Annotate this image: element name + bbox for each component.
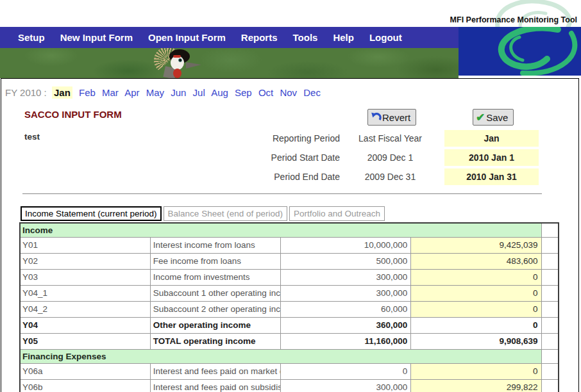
table-row-y06a: Y06a Interest and fees paid on market de…: [20, 363, 559, 379]
crane-cheek: [171, 56, 184, 70]
nav-help[interactable]: Help: [333, 32, 354, 43]
row-computed-value: 0: [411, 317, 541, 333]
row-code: Y03: [20, 269, 150, 285]
tab-portfolio-outreach[interactable]: Portfolio and Outreach: [289, 206, 385, 221]
row-code: Y02: [20, 253, 150, 269]
month-dec[interactable]: Dec: [303, 87, 321, 98]
crane-red-patch: [173, 55, 181, 58]
section-label: Financing Expenses: [20, 349, 541, 363]
spacer-cell: [541, 379, 559, 392]
spacer-cell: [541, 285, 559, 301]
month-aug[interactable]: Aug: [211, 87, 228, 98]
row-code: Y04_1: [20, 285, 150, 301]
row-previous-value: 360,000: [281, 317, 411, 333]
row-computed-value: 9,908,639: [411, 333, 541, 349]
mfi-monitoring-tool-page: MFI Performance Monitoring Tool Setup Ne…: [0, 0, 581, 392]
row-previous-value: 300,000: [281, 379, 411, 392]
month-nov[interactable]: Nov: [280, 87, 297, 98]
row-label: Interest and fees paid on subsidised deb…: [150, 379, 280, 392]
crane-beak: [186, 62, 201, 69]
month-jul[interactable]: Jul: [193, 87, 205, 98]
row-current-input[interactable]: 0: [411, 269, 541, 285]
table-row-y06b: Y06b Interest and fees paid on subsidise…: [20, 379, 559, 392]
nav-new-input-form[interactable]: New Input Form: [60, 32, 133, 43]
spacer-cell: [541, 317, 559, 333]
period-start-label: Period Start Date: [224, 149, 340, 166]
tab-balance-sheet[interactable]: Balance Sheet (end of period): [164, 206, 287, 221]
period-end-label: Period End Date: [224, 168, 340, 185]
period-start-current[interactable]: 2010 Jan 1: [444, 149, 539, 166]
row-current-input[interactable]: 483,600: [411, 253, 541, 269]
spacer-cell: [541, 349, 559, 363]
month-sep[interactable]: Sep: [235, 87, 252, 98]
reporting-period-current[interactable]: Jan: [444, 130, 539, 147]
revert-button[interactable]: Revert: [367, 109, 416, 126]
nav-tools[interactable]: Tools: [293, 32, 318, 43]
row-current-input[interactable]: 0: [411, 285, 541, 301]
revert-undo-icon: [371, 112, 382, 122]
row-code: Y05: [20, 333, 150, 349]
month-feb[interactable]: Feb: [79, 87, 96, 98]
period-end-previous: 2009 Dec 31: [344, 168, 436, 185]
row-label: Income from investments: [150, 269, 280, 285]
row-label: TOTAL operating income: [150, 333, 280, 349]
row-previous-value: 0: [281, 363, 411, 379]
row-previous-value: 500,000: [281, 253, 411, 269]
fiscal-year-label: FY 2010 :: [5, 87, 47, 98]
month-jan[interactable]: Jan: [52, 86, 72, 99]
row-previous-value: 60,000: [281, 301, 411, 317]
month-mar[interactable]: Mar: [102, 87, 119, 98]
row-label: Interest and fees paid on market debt: [150, 363, 280, 379]
row-previous-value: 10,000,000: [281, 237, 411, 253]
tab-income-statement[interactable]: Income Statement (current period): [21, 206, 162, 221]
spacer-cell: [541, 237, 559, 253]
spacer-cell: [541, 363, 559, 379]
month-apr[interactable]: Apr: [124, 87, 139, 98]
row-current-input[interactable]: 9,425,039: [411, 237, 541, 253]
row-code: Y06a: [20, 363, 150, 379]
row-current-input[interactable]: 0: [411, 301, 541, 317]
save-button-label: Save: [486, 112, 508, 123]
table-row-y04-1: Y04_1 Subaccount 1 other operating incom…: [20, 285, 559, 301]
period-end-current[interactable]: 2010 Jan 31: [444, 168, 539, 185]
spacer-cell: [541, 269, 559, 285]
table-row-y03: Y03 Income from investments 300,000 0: [20, 269, 559, 285]
row-current-input[interactable]: 0: [411, 363, 541, 379]
month-jun[interactable]: Jun: [171, 87, 186, 98]
row-label: Subaccount 2 other operating income: [150, 301, 280, 317]
spacer-cell: [541, 223, 559, 237]
revert-button-label: Revert: [382, 112, 410, 123]
logo-spiral-icon: [459, 27, 581, 76]
brand-title: MFI Performance Monitoring Tool: [450, 15, 577, 24]
save-button[interactable]: ✔ Save: [473, 109, 514, 126]
statement-tabs: Income Statement (current period) Balanc…: [21, 206, 385, 221]
period-start-previous: 2009 Dec 1: [344, 149, 436, 166]
section-label: Income: [20, 223, 541, 237]
row-label: Other operating income: [150, 317, 280, 333]
spacer-cell: [541, 253, 559, 269]
table-row-y04: Y04 Other operating income 360,000 0: [20, 317, 559, 333]
row-code: Y06b: [20, 379, 150, 392]
row-code: Y01: [20, 237, 150, 253]
month-oct[interactable]: Oct: [258, 87, 273, 98]
nav-setup[interactable]: Setup: [18, 32, 45, 43]
crowned-crane-image: [154, 48, 212, 78]
table-row-y02: Y02 Fee income from loans 500,000 483,60…: [20, 253, 559, 269]
month-may[interactable]: May: [146, 87, 164, 98]
spacer-cell: [541, 333, 559, 349]
logo-box: [459, 27, 581, 76]
form-title: SACCO INPUT FORM: [24, 109, 122, 120]
nav-logout[interactable]: Logout: [369, 32, 402, 43]
row-current-input[interactable]: 299,822: [411, 379, 541, 392]
nav-open-input-form[interactable]: Open Input Form: [148, 32, 226, 43]
row-code: Y04: [20, 317, 150, 333]
table-row-y05: Y05 TOTAL operating income 11,160,000 9,…: [20, 333, 559, 349]
table-row-y04-2: Y04_2 Subaccount 2 other operating incom…: [20, 301, 559, 317]
row-previous-value: 300,000: [281, 285, 411, 301]
crane-wattle: [173, 69, 181, 78]
section-divider: [22, 193, 542, 194]
fiscal-month-selector: FY 2010 : Jan Feb Mar Apr May Jun Jul Au…: [5, 87, 324, 98]
save-check-icon: ✔: [476, 111, 485, 124]
nav-reports[interactable]: Reports: [241, 32, 278, 43]
row-code: Y04_2: [20, 301, 150, 317]
